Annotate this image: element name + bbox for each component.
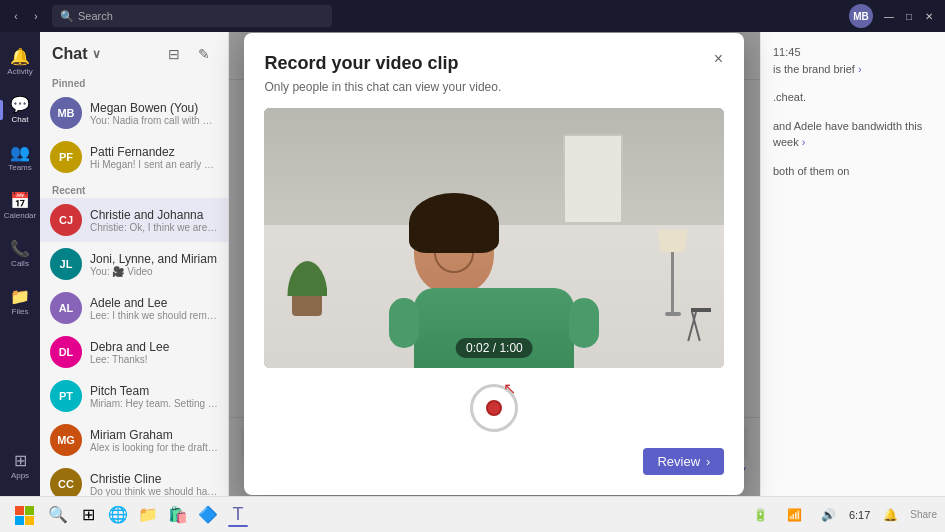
right-panel-content-3: and Adele have bandwidth this week bbox=[773, 120, 922, 149]
forward-btn[interactable]: › bbox=[28, 8, 44, 24]
chat-avatar-debra-lee: DL bbox=[50, 336, 82, 368]
sidebar-item-apps[interactable]: ⊞ Apps bbox=[0, 444, 40, 488]
title-bar: ‹ › 🔍 Search MB — □ ✕ bbox=[0, 0, 945, 32]
taskbar-time-value: 6:17 bbox=[849, 509, 870, 521]
taskbar-search[interactable]: 🔍 bbox=[44, 501, 72, 529]
chat-avatar-patti: PF bbox=[50, 141, 82, 173]
sidebar-item-files[interactable]: 📁 Files bbox=[0, 280, 40, 324]
chat-item-name-patti: Patti Fernandez bbox=[90, 145, 218, 159]
taskbar-edge[interactable]: 🌐 bbox=[104, 501, 132, 529]
taskbar-share-label: Share bbox=[910, 509, 937, 520]
svg-rect-0 bbox=[15, 506, 24, 515]
chat-item-name-pitch-team: Pitch Team bbox=[90, 384, 218, 398]
right-panel-chevron-1: › bbox=[858, 63, 862, 75]
filter-btn[interactable]: ⊟ bbox=[162, 42, 186, 66]
teams-icon: 👥 bbox=[10, 145, 30, 161]
sidebar-item-calls[interactable]: 📞 Calls bbox=[0, 232, 40, 276]
maximize-btn[interactable]: □ bbox=[901, 8, 917, 24]
person-shoulder-right bbox=[569, 298, 599, 348]
back-btn[interactable]: ‹ bbox=[8, 8, 24, 24]
chat-avatar-christie-cline: CC bbox=[50, 468, 82, 496]
chat-item-preview-christie-cline: Do you think we should have legal review… bbox=[90, 486, 218, 497]
taskbar-teams-icon: T bbox=[233, 504, 244, 525]
chat-item-name-christie-cline: Christie Cline bbox=[90, 472, 218, 486]
chat-item-megan[interactable]: MB Megan Bowen (You) You: Nadia from cal… bbox=[40, 91, 228, 135]
chat-item-adele-lee[interactable]: AL Adele and Lee Lee: I think we should … bbox=[40, 286, 228, 330]
record-button[interactable]: ↖ bbox=[470, 384, 518, 432]
sidebar-item-teams[interactable]: 👥 Teams bbox=[0, 136, 40, 180]
title-bar-right: MB — □ ✕ bbox=[849, 4, 937, 28]
chat-title-chevron: ∨ bbox=[92, 47, 101, 61]
close-btn[interactable]: ✕ bbox=[921, 8, 937, 24]
chat-item-info-christie-johanna: Christie and Johanna Christie: Ok, I thi… bbox=[90, 208, 218, 233]
minimize-btn[interactable]: — bbox=[881, 8, 897, 24]
svg-rect-3 bbox=[25, 516, 34, 525]
taskbar-store[interactable]: 🛍️ bbox=[164, 501, 192, 529]
taskbar-widgets[interactable]: ⊞ bbox=[74, 501, 102, 529]
review-label: Review bbox=[657, 454, 700, 469]
activity-icon: 🔔 bbox=[10, 49, 30, 65]
chat-item-info-patti: Patti Fernandez Hi Megan! I sent an earl… bbox=[90, 145, 218, 170]
person-head bbox=[414, 198, 494, 293]
chat-item-name-adele-lee: Adele and Lee bbox=[90, 296, 218, 310]
modal-close-btn[interactable]: × bbox=[706, 47, 730, 71]
right-panel-content-2: .cheat. bbox=[773, 91, 806, 103]
start-button[interactable] bbox=[8, 499, 40, 531]
taskbar-edge2[interactable]: 🔷 bbox=[194, 501, 222, 529]
search-placeholder: Search bbox=[78, 10, 113, 22]
taskbar-right: 🔋 📶 🔊 6:17 🔔 Share bbox=[747, 501, 937, 529]
chat-avatar-megan: MB bbox=[50, 97, 82, 129]
chat-list-header: Chat ∨ ⊟ ✎ bbox=[40, 32, 228, 72]
camera-tripod bbox=[691, 308, 711, 342]
person-smile bbox=[434, 253, 474, 273]
search-bar[interactable]: 🔍 Search bbox=[52, 5, 332, 27]
chat-item-debra-lee[interactable]: DL Debra and Lee Lee: Thanks! bbox=[40, 330, 228, 374]
search-icon: 🔍 bbox=[60, 10, 74, 23]
user-avatar[interactable]: MB bbox=[849, 4, 873, 28]
cursor-icon: ↖ bbox=[503, 379, 523, 399]
sidebar-item-activity[interactable]: 🔔 Activity bbox=[0, 40, 40, 84]
chat-avatar-adele-lee: AL bbox=[50, 292, 82, 324]
chat-item-preview-pitch-team: Miriam: Hey team. Setting up the group c… bbox=[90, 398, 218, 409]
video-scene: 0:02 / 1:00 bbox=[264, 108, 724, 368]
chat-item-preview-miriam-graham: Alex is looking for the draft proposal f… bbox=[90, 442, 218, 453]
person-hair bbox=[409, 193, 499, 253]
taskbar-teams[interactable]: T bbox=[224, 501, 252, 529]
taskbar-explorer[interactable]: 📁 bbox=[134, 501, 162, 529]
chat-item-christie-johanna[interactable]: CJ Christie and Johanna Christie: Ok, I … bbox=[40, 198, 228, 242]
modal-title: Record your video clip bbox=[264, 53, 724, 74]
chat-item-info-miriam-graham: Miriam Graham Alex is looking for the dr… bbox=[90, 428, 218, 453]
taskbar-notification[interactable]: 🔔 bbox=[876, 501, 904, 529]
new-chat-btn[interactable]: ✎ bbox=[192, 42, 216, 66]
chat-item-name-debra-lee: Debra and Lee bbox=[90, 340, 218, 354]
chat-content: C J ● Christie, ● Johanna ✎ Chat Files +… bbox=[229, 32, 760, 496]
review-button[interactable]: Review › bbox=[643, 448, 724, 475]
plant-pot bbox=[292, 296, 322, 316]
chat-item-patti[interactable]: PF Patti Fernandez Hi Megan! I sent an e… bbox=[40, 135, 228, 179]
chat-icon: 💬 bbox=[10, 97, 30, 113]
right-panel-text-3: and Adele have bandwidth this week › bbox=[773, 118, 933, 151]
chat-item-name-miriam-graham: Miriam Graham bbox=[90, 428, 218, 442]
chat-title-text: Chat bbox=[52, 45, 88, 63]
active-underline bbox=[228, 525, 248, 527]
chat-item-pitch-team[interactable]: PT Pitch Team Miriam: Hey team. Setting … bbox=[40, 374, 228, 418]
sidebar-item-chat[interactable]: 💬 Chat bbox=[0, 88, 40, 132]
chat-item-preview-adele-lee: Lee: I think we should remove outlet poi… bbox=[90, 310, 218, 321]
calls-icon: 📞 bbox=[10, 241, 30, 257]
lamp-pole bbox=[671, 252, 674, 312]
files-icon: 📁 bbox=[10, 289, 30, 305]
chat-item-info-joni-lynne: Joni, Lynne, and Miriam You: 🎥 Video bbox=[90, 252, 218, 277]
chat-item-joni-lynne[interactable]: JL Joni, Lynne, and Miriam You: 🎥 Video bbox=[40, 242, 228, 286]
title-bar-left: ‹ › 🔍 Search bbox=[8, 5, 332, 27]
modal-overlay: × Record your video clip Only people in … bbox=[229, 32, 760, 496]
svg-rect-2 bbox=[15, 516, 24, 525]
chat-item-miriam-graham[interactable]: MG Miriam Graham Alex is looking for the… bbox=[40, 418, 228, 462]
chat-item-christie-cline[interactable]: CC Christie Cline Do you think we should… bbox=[40, 462, 228, 496]
modal-subtitle: Only people in this chat can view your v… bbox=[264, 80, 724, 94]
modal-footer: Review › bbox=[264, 448, 724, 475]
chat-item-info-megan: Megan Bowen (You) You: Nadia from call w… bbox=[90, 101, 218, 126]
sidebar-label-calls: Calls bbox=[11, 259, 29, 268]
main-layout: 🔔 Activity 💬 Chat 👥 Teams 📅 Calendar 📞 C… bbox=[0, 32, 945, 496]
sidebar-item-calendar[interactable]: 📅 Calendar bbox=[0, 184, 40, 228]
title-bar-controls: ‹ › bbox=[8, 8, 44, 24]
